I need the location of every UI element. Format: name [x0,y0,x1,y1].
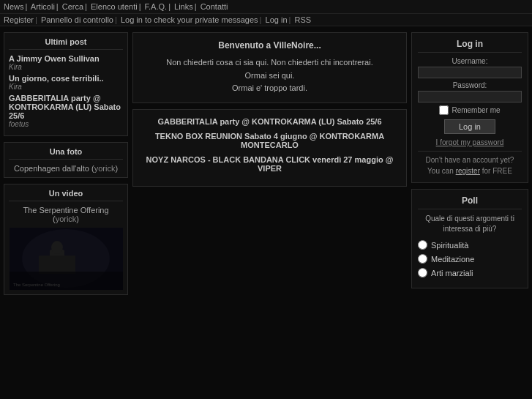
svg-rect-5 [39,256,75,274]
nav-check-pm[interactable]: Log in to check your private messages [121,15,258,24]
post-author-3: foetus [9,120,123,128]
login-button[interactable]: Log in [444,119,495,134]
poll-radio-1[interactable] [418,240,427,250]
post-author-1: Kira [9,63,123,71]
poll-label-3: Arti marziali [431,269,473,277]
una-foto-box: Una foto Copenhagen dall'alto (yorick) [4,142,128,178]
svg-rect-6 [10,272,123,290]
divider [418,151,522,152]
username-input[interactable] [418,67,522,78]
nav-pannello[interactable]: Pannello di controllo [41,15,113,24]
poll-box: Poll Quale di questi argomenti ti intere… [411,189,528,288]
center-content: Benvenuto a VilleNoire... Non chiederti … [132,32,407,295]
nav-elenco[interactable]: Elenco utenti [91,2,138,11]
post-link-3[interactable]: GABBERITALIA party @ KONTROKARMA (LU) Sa… [9,94,121,120]
event-link-2[interactable]: TEKNO BOX REUNION Sabato 4 giugno @ KONT… [155,132,384,149]
nav-news[interactable]: News [4,2,24,11]
svg-text:The Serpentine Offering: The Serpentine Offering [13,283,60,287]
right-sidebar: Log in Username: Password: Remember me L… [411,32,528,295]
remember-me-checkbox[interactable] [439,105,449,115]
login-box: Log in Username: Password: Remember me L… [411,32,528,183]
event-item-1: GABBERITALIA party @ KONTROKARMA (LU) Sa… [141,117,399,126]
post-link-1[interactable]: A Jimmy Owen Sullivan [9,54,100,63]
poll-radio-3[interactable] [418,268,427,277]
events-box: GABBERITALIA party @ KONTROKARMA (LU) Sa… [132,109,407,187]
top-nav-bar: News| Articoli| Cerca| Elenco utenti| F.… [0,0,532,14]
nav-articoli[interactable]: Articoli [31,2,55,11]
top-nav-bar-2: Register| Pannello di controllo| Log in … [0,14,532,26]
event-item-2: TEKNO BOX REUNION Sabato 4 giugno @ KONT… [141,132,399,149]
register-link[interactable]: register [456,167,480,175]
photo-link[interactable]: Copenhagen dall'alto (yorick) [14,164,118,173]
poll-label-2: Meditazione [431,255,474,264]
password-input[interactable] [418,91,522,102]
welcome-title: Benvenuto a VilleNoire... [141,40,399,51]
welcome-text: Non chiederti cosa ci sia qui. Non chied… [141,56,399,95]
video-thumbnail[interactable]: The Serpentine Offering [10,228,123,290]
username-label: Username: [418,57,522,65]
left-sidebar: Ultimi post A Jimmy Owen Sullivan Kira U… [4,32,128,295]
video-title: The Serpentine Offering (yorick) [9,206,123,223]
nav-login[interactable]: Log in [266,15,288,24]
poll-option-1: Spiritualità [418,240,522,250]
nav-links[interactable]: Links [174,2,193,11]
nav-rss[interactable]: RSS [294,15,311,24]
remember-me-label: Remember me [452,106,500,114]
post-link-2[interactable]: Un giorno, cose terribili.. [9,74,104,83]
post-item: Un giorno, cose terribili.. Kira [9,74,123,91]
welcome-box: Benvenuto a VilleNoire... Non chiederti … [132,32,407,103]
photo-caption: Copenhagen dall'alto (yorick) [9,164,123,173]
poll-title: Poll [418,195,522,209]
ultimi-post-title: Ultimi post [9,37,123,50]
svg-point-4 [51,241,63,254]
poll-label-1: Spiritualità [431,241,468,250]
nav-cerca[interactable]: Cerca [62,2,83,11]
post-item: A Jimmy Owen Sullivan Kira [9,54,123,71]
login-title: Log in [418,39,522,53]
video-link[interactable]: The Serpentine Offering (yorick) [23,206,108,223]
poll-option-2: Meditazione [418,254,522,264]
nav-register[interactable]: Register [4,15,34,24]
poll-radio-2[interactable] [418,254,427,264]
post-author-2: Kira [9,83,123,91]
una-foto-title: Una foto [9,147,123,160]
main-layout: Ultimi post A Jimmy Owen Sullivan Kira U… [0,26,532,301]
event-item-3: NOYZ NARCOS - BLACK BANDANA CLICK venerd… [141,155,399,173]
event-link-3[interactable]: NOYZ NARCOS - BLACK BANDANA CLICK venerd… [146,155,394,173]
nav-faq[interactable]: F.A.Q. [145,2,168,11]
un-video-box: Un video The Serpentine Offering (yorick… [4,184,128,295]
forgot-password: I forgot my password [418,138,522,146]
forgot-password-link[interactable]: I forgot my password [436,138,504,146]
nav-contatti[interactable]: Contatti [201,2,228,11]
register-text: Don't have an account yet? You can regis… [418,154,522,176]
poll-option-3: Arti marziali [418,268,522,277]
password-label: Password: [418,81,522,89]
un-video-title: Un video [9,189,123,201]
event-link-1[interactable]: GABBERITALIA party @ KONTROKARMA (LU) Sa… [157,117,381,126]
remember-me-row: Remember me [418,105,522,115]
post-item: GABBERITALIA party @ KONTROKARMA (LU) Sa… [9,94,123,128]
ultimi-post-box: Ultimi post A Jimmy Owen Sullivan Kira U… [4,32,128,136]
poll-question: Quale di questi argomenti ti interessa d… [418,214,522,234]
